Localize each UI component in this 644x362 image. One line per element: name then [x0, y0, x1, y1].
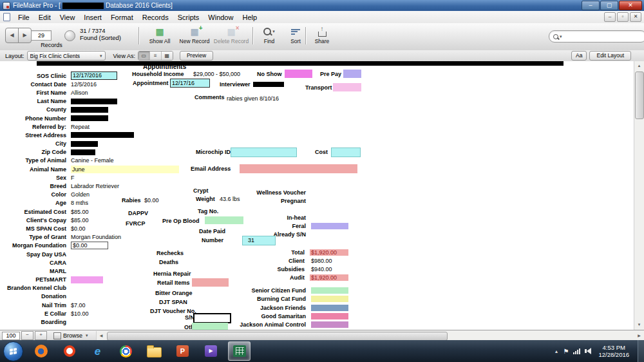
scroll-up-icon[interactable]: ▲ [634, 61, 644, 71]
household-income-value[interactable]: $29,000 - $50,000 [193, 71, 240, 77]
horizontal-scrollbar[interactable]: ◀ ▶ [96, 331, 644, 341]
current-record-input[interactable] [31, 30, 52, 41]
taskbar-firefox-icon[interactable] [30, 341, 52, 361]
zoom-level[interactable]: 100 [2, 332, 20, 340]
pregnant-field[interactable] [311, 198, 348, 204]
contact-date-field[interactable]: 12/5/2016 [71, 81, 97, 88]
ms-span-cost-field[interactable]: $0.00 [71, 225, 86, 232]
scroll-right-icon[interactable]: ▶ [634, 331, 644, 341]
estimated-cost-field[interactable]: $85.00 [71, 209, 89, 215]
feral-field[interactable] [311, 223, 348, 229]
first-name-field[interactable]: Allison [71, 90, 88, 96]
rabies-value[interactable]: $0.00 [144, 197, 159, 204]
close-button[interactable]: ✕ [619, 1, 642, 10]
menu-help[interactable]: Help [238, 12, 261, 23]
total-field[interactable]: $1,920.00 [310, 249, 348, 256]
previous-record-button[interactable]: ◀ [5, 28, 19, 43]
wellness-voucher-field[interactable] [311, 189, 348, 196]
mdi-close-button[interactable]: ✕ [630, 12, 641, 22]
taskbar-explorer-folder-icon[interactable] [143, 341, 166, 361]
preview-button[interactable]: Preview [180, 51, 213, 61]
delete-record-button[interactable]: ▦ × Delete Record [213, 26, 250, 44]
new-record-button[interactable]: ▦ + New Record [176, 26, 213, 44]
menu-window[interactable]: Window [204, 12, 238, 23]
show-desktop-button[interactable] [638, 340, 644, 362]
already-sn-field[interactable] [311, 231, 348, 238]
senior-citizen-fund-field[interactable] [311, 287, 348, 294]
type-of-animal-field[interactable]: Canine - Female [71, 157, 114, 164]
mdi-restore-button[interactable]: ▫ [617, 12, 629, 22]
mdi-minimize-button[interactable]: – [604, 12, 616, 22]
quick-find-input[interactable]: ▾ [549, 30, 644, 43]
microchip-id-field[interactable] [231, 148, 297, 157]
good-samaritan-field[interactable] [311, 313, 348, 319]
taskbar-media-app-icon[interactable]: ▶ [200, 341, 222, 361]
edit-layout-button[interactable]: Edit Layout [589, 51, 631, 61]
minimize-button[interactable]: – [582, 1, 600, 10]
email-address-field[interactable] [240, 164, 357, 173]
sort-button[interactable]: Sort [283, 26, 308, 44]
audit-field[interactable]: $1,920.00 [310, 274, 348, 281]
maximize-button[interactable]: ▢ [600, 1, 618, 10]
next-record-button[interactable]: ▶ [18, 28, 32, 43]
sn-field[interactable] [193, 313, 231, 323]
morgan-foundation-field[interactable]: $0.00 [71, 242, 108, 249]
color-field[interactable]: Golden [71, 191, 90, 198]
number-field[interactable]: 31 [242, 236, 276, 245]
horizontal-scroll-thumb[interactable] [107, 332, 448, 341]
other-field[interactable] [192, 323, 228, 330]
retail-items-field[interactable] [192, 278, 229, 287]
zoom-in-button[interactable]: + [35, 331, 47, 340]
burning-cat-fund-field[interactable] [311, 296, 348, 302]
show-all-button[interactable]: ▦ Show All [143, 26, 176, 44]
clients-copay-field[interactable]: $85.00 [71, 217, 89, 224]
age-field[interactable]: 8 mths [71, 200, 88, 206]
layout-dropdown[interactable]: Big Fix Clinic Clients ▾ [27, 51, 106, 61]
client-field[interactable]: $980.00 [310, 258, 348, 264]
jackson-friends-field[interactable] [311, 305, 348, 311]
taskbar-opera-icon[interactable] [58, 341, 80, 361]
menu-edit[interactable]: Edit [34, 12, 55, 23]
view-form-button[interactable]: ▭ [138, 52, 149, 60]
petsmart-field[interactable] [71, 276, 103, 283]
menu-file[interactable]: File [14, 12, 34, 23]
jackson-animal-control-field[interactable] [311, 321, 348, 328]
type-of-grant-field[interactable]: Morgan Foundation [71, 234, 121, 240]
record-slider[interactable] [64, 30, 75, 41]
taskbar-spreadsheet-icon-active[interactable] [228, 341, 251, 361]
scroll-left-icon[interactable]: ◀ [97, 331, 106, 341]
zoom-out-button[interactable]: − [21, 331, 33, 340]
menu-view[interactable]: View [55, 12, 80, 23]
transport-field[interactable] [333, 83, 361, 91]
action-center-flag-icon[interactable]: ⚑ [563, 348, 569, 355]
no-show-field[interactable] [285, 70, 312, 78]
pre-pay-field[interactable] [343, 70, 361, 78]
weight-value[interactable]: 43.6 lbs [220, 196, 240, 202]
appointment-field[interactable]: 12/17/16 [170, 79, 210, 88]
filemaker-app-icon[interactable] [3, 2, 10, 10]
scroll-down-icon[interactable]: ▼ [634, 320, 644, 330]
formatting-bar-button[interactable]: Aa [571, 51, 587, 61]
vertical-scroll-thumb[interactable] [635, 71, 644, 119]
subsidies-field[interactable]: $940.00 [310, 266, 348, 272]
referred-by-field[interactable]: Repeat [71, 124, 90, 130]
network-icon[interactable] [573, 348, 580, 354]
volume-icon[interactable] [585, 348, 591, 354]
menu-insert[interactable]: Insert [79, 12, 106, 23]
sex-field[interactable]: F [71, 175, 75, 181]
pre-op-blood-field[interactable] [205, 216, 243, 224]
animal-name-field[interactable]: June [71, 166, 179, 173]
start-button[interactable] [3, 341, 23, 361]
comments-value[interactable]: rabies given 8/10/16 [227, 95, 279, 102]
nail-trim-field[interactable]: $7.00 [71, 302, 86, 309]
e-collar-field[interactable]: $10.00 [71, 310, 89, 317]
in-heat-field[interactable] [311, 214, 348, 221]
menu-scripts[interactable]: Scripts [173, 12, 204, 23]
taskbar-chrome-icon[interactable] [115, 341, 137, 361]
menu-records[interactable]: Records [138, 12, 173, 23]
taskbar-internet-explorer-icon[interactable]: e [86, 341, 109, 361]
tray-expand-icon[interactable]: ▲ [554, 349, 559, 354]
taskbar-clock[interactable]: 4:53 PM 12/28/2016 [598, 344, 629, 359]
view-table-button[interactable]: ▦ [161, 52, 173, 60]
taskbar-powerpoint-icon[interactable]: P [171, 341, 194, 361]
